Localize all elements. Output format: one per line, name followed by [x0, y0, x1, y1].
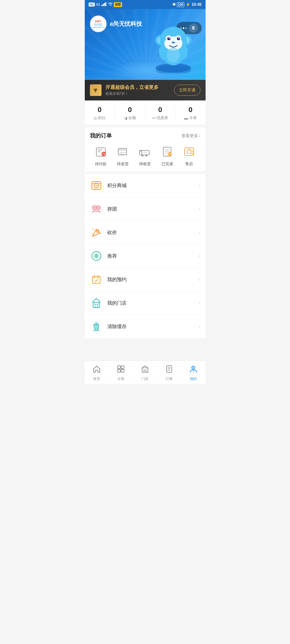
svg-point-58	[96, 255, 97, 257]
svg-rect-2	[104, 3, 105, 6]
chevron-mystore: ›	[198, 300, 200, 306]
vip-icon: ▼	[90, 84, 102, 96]
svg-point-84	[192, 367, 194, 369]
bluetooth-icon: ✱	[172, 2, 176, 7]
menu-item-reservation[interactable]: 我的预约 ›	[85, 268, 206, 291]
svg-rect-29	[98, 149, 102, 150]
signal-bars	[102, 2, 107, 7]
clearcache-icon	[90, 320, 103, 333]
nav-store[interactable]: 门店	[133, 364, 157, 383]
vip-text-block: 开通超级会员，立省更多 超值全场7折！	[105, 84, 159, 96]
username-text: a尚无忧科技	[110, 20, 142, 28]
hero-banner: SWY 尚无忧 SHANGWUYO a尚无忧科技	[85, 9, 206, 80]
menu-item-mystore[interactable]: 我的门店 ›	[85, 291, 206, 315]
chevron-points-mall: ›	[198, 183, 200, 188]
svg-point-21	[178, 37, 179, 39]
chevron-right-icon: ›	[199, 133, 200, 138]
svg-point-23	[172, 42, 173, 43]
points-value: 0	[85, 106, 115, 114]
coupons-icon: ⚯	[152, 116, 156, 120]
svg-rect-68	[94, 324, 99, 325]
logo-swy: SWY	[95, 20, 102, 23]
order-aftersale-label: 售后	[185, 161, 193, 167]
menu-item-points-mall[interactable]: 积分商城 ›	[85, 174, 206, 197]
menu-item-group-buy[interactable]: 拼团 ›	[85, 197, 206, 221]
vip-chevron: ▼	[92, 87, 99, 94]
nav-category-label: 分类	[117, 376, 124, 381]
order-pending-receive-icon	[138, 145, 152, 159]
nav-store-label: 门店	[141, 376, 149, 381]
stat-points[interactable]: 0 ◎ 积分	[85, 106, 115, 121]
time-display: 10:45	[192, 2, 202, 7]
svg-point-52	[97, 207, 99, 209]
stat-coupons[interactable]: 0 ⚯ 优惠券	[145, 106, 176, 121]
nav-orders[interactable]: 订单	[157, 364, 181, 383]
reservation-text: 我的预约	[107, 277, 199, 283]
svg-point-24	[173, 42, 174, 43]
svg-rect-73	[121, 366, 124, 369]
svg-point-27	[167, 47, 180, 63]
monkey-mascot	[148, 9, 199, 73]
cards-label: ▬ 卡券	[176, 115, 206, 121]
points-label: ◎ 积分	[85, 115, 115, 121]
orders-title: 我的订单	[90, 132, 112, 139]
svg-rect-72	[118, 366, 121, 369]
menu-item-clearcache[interactable]: 清除缓存 ›	[85, 315, 206, 338]
bottom-nav: 首页 分类 门店	[85, 361, 206, 384]
nav-orders-label: 订单	[166, 376, 173, 381]
nav-home[interactable]: 首页	[85, 364, 109, 383]
group-buy-text: 拼团	[107, 206, 199, 212]
svg-rect-77	[142, 368, 144, 370]
orders-grid: 待付款 待发货	[90, 145, 200, 167]
order-pending-ship-icon	[116, 145, 130, 159]
menu-item-bargain[interactable]: 砍价 ›	[85, 221, 206, 244]
stat-balance[interactable]: 0 ◑ 余额	[115, 106, 145, 121]
order-aftersale[interactable]: 售后	[182, 145, 196, 167]
cards-value: 0	[176, 106, 206, 114]
svg-rect-78	[146, 368, 148, 370]
svg-line-54	[92, 229, 94, 230]
notification-badge: 闹图	[114, 2, 122, 7]
mystore-icon	[90, 297, 103, 309]
mystore-text: 我的门店	[107, 300, 199, 306]
order-pending-receive[interactable]: 待收货	[138, 145, 152, 167]
recommend-text: 推荐	[107, 253, 199, 259]
bargain-text: 砍价	[107, 230, 199, 236]
vip-left: ▼ 开通超级会员，立省更多 超值全场7折！	[90, 84, 159, 96]
vip-open-button[interactable]: 立即开通	[174, 85, 200, 96]
svg-rect-0	[102, 5, 102, 6]
balance-label: ◑ 余额	[115, 115, 145, 121]
order-pending-ship-label: 待发货	[117, 161, 129, 167]
orders-more-link[interactable]: 查看更多 ›	[181, 133, 200, 139]
svg-rect-75	[121, 369, 124, 372]
svg-point-37	[141, 155, 143, 156]
order-pending-payment-label: 待付款	[95, 161, 107, 167]
balance-icon: ◑	[124, 116, 127, 120]
svg-rect-33	[118, 148, 127, 151]
order-pending-receive-label: 待收货	[139, 161, 151, 167]
svg-rect-66	[97, 303, 99, 305]
chevron-reservation: ›	[198, 277, 200, 282]
menu-item-recommend[interactable]: 推荐 ›	[85, 244, 206, 268]
svg-rect-74	[118, 369, 121, 372]
nav-home-icon	[92, 365, 101, 375]
nav-mine-label: 我的	[190, 376, 197, 381]
points-mall-text: 积分商城	[107, 183, 199, 189]
recommend-icon	[90, 250, 103, 262]
svg-point-38	[145, 155, 147, 156]
order-pending-ship[interactable]: 待发货	[116, 145, 130, 167]
order-completed[interactable]: 已完成	[160, 145, 174, 167]
order-pending-payment[interactable]: 待付款	[94, 145, 108, 167]
nav-orders-icon	[165, 365, 173, 375]
status-bar: HD 4G 闹图 ✱ 100 ⚡ 10:45	[85, 0, 206, 9]
chevron-clearcache: ›	[198, 324, 200, 329]
nav-mine[interactable]: 我的	[181, 364, 206, 383]
nav-mine-icon	[189, 365, 198, 375]
nav-category-icon	[117, 365, 125, 375]
coupons-label: ⚯ 优惠券	[145, 115, 175, 121]
signal-4g: 4G	[96, 3, 100, 6]
nav-category[interactable]: 分类	[109, 364, 133, 383]
orders-section: 我的订单 查看更多 › 待付款	[85, 128, 206, 171]
order-pending-payment-icon	[94, 145, 108, 159]
stat-cards[interactable]: 0 ▬ 卡券	[176, 106, 206, 121]
